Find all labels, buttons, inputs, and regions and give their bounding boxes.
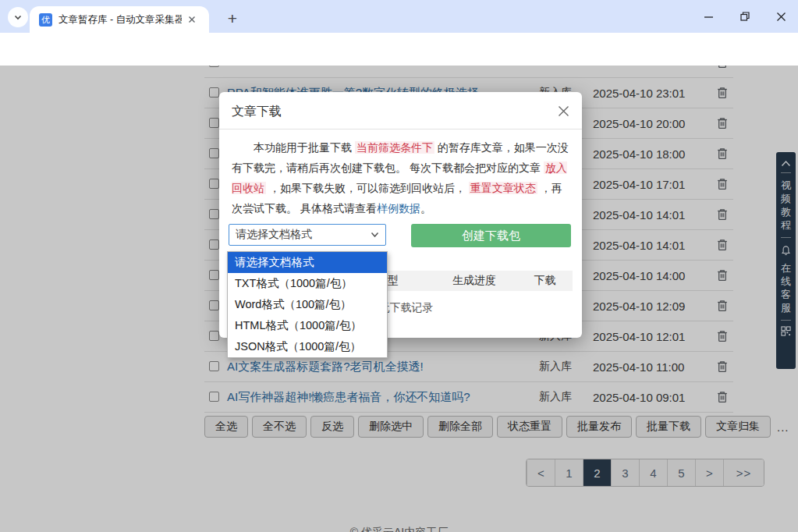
- browser-toolbar: ucaiyun.com/caiji/articles/ 井: [0, 33, 798, 66]
- dialog-title: 文章下载: [232, 104, 282, 120]
- tab-title: 文章暂存库 - 自动文章采集器-优: [59, 13, 182, 27]
- format-option[interactable]: Word格式（100篇/包）: [228, 294, 387, 315]
- records-column-header: 下载: [517, 274, 573, 288]
- format-option[interactable]: 请选择文档格式: [228, 252, 387, 273]
- tab-search-button[interactable]: [8, 7, 28, 27]
- window-restore-button[interactable]: [733, 6, 757, 27]
- browser-tab[interactable]: 优 文章暂存库 - 自动文章采集器-优: [30, 6, 209, 33]
- description-segment: ，如果下载失败，可以筛选到回收站后，: [266, 182, 469, 194]
- favicon: 优: [39, 13, 52, 27]
- dialog-description: 本功能用于批量下载 当前筛选条件下 的暂存库文章，如果一次没有下载完，请稍后再次…: [232, 137, 569, 218]
- description-segment: 。: [420, 202, 431, 215]
- format-dropdown-list: 请选择文档格式 TXT格式（1000篇/包） Word格式（100篇/包） HT…: [227, 251, 388, 358]
- description-segment: 当前筛选条件下: [355, 141, 434, 154]
- records-column-header: 生成进度: [431, 274, 517, 288]
- tab-close-icon[interactable]: [185, 12, 199, 27]
- description-segment: 重置文章状态: [469, 182, 537, 194]
- format-select-value: 请选择文档格式: [236, 228, 371, 242]
- tab-strip: 优 文章暂存库 - 自动文章采集器-优 +: [0, 0, 798, 33]
- new-tab-button[interactable]: +: [222, 8, 243, 30]
- close-icon[interactable]: [555, 103, 571, 119]
- chevron-down-icon: [13, 12, 23, 22]
- page-content: RPA和智能体谁更胜一筹?数字化转型的终极选择 新入库 2025-04-10 2…: [0, 66, 798, 532]
- create-package-button[interactable]: 创建下载包: [411, 224, 571, 247]
- description-segment: 本功能用于批量下载: [254, 141, 355, 154]
- format-select[interactable]: 请选择文档格式: [229, 224, 386, 246]
- format-option[interactable]: HTML格式（1000篇/包）: [228, 315, 387, 336]
- window-minimize-button[interactable]: [697, 6, 720, 27]
- dialog-header: 文章下载: [219, 92, 582, 129]
- select-chevron-icon: [371, 232, 379, 238]
- format-option[interactable]: JSON格式（1000篇/包）: [228, 336, 387, 357]
- window-close-button[interactable]: [769, 6, 793, 27]
- description-segment: 样例数据: [377, 202, 420, 215]
- format-option[interactable]: TXT格式（1000篇/包）: [228, 273, 387, 294]
- browser-window: 优 文章暂存库 - 自动文章采集器-优 +: [0, 0, 798, 532]
